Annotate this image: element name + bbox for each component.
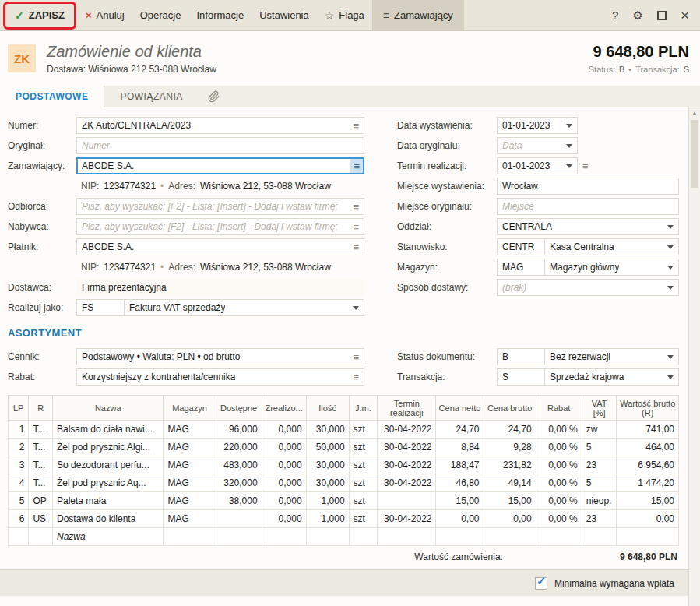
cell-zrealizowano[interactable]: 0,000 <box>262 421 306 439</box>
vertical-scrollbar[interactable]: ▲ <box>688 107 700 606</box>
cell-nazwa[interactable]: Żel pod prysznic Aq... <box>52 474 163 492</box>
cell-wartosc[interactable]: 6 954,60 <box>617 456 679 474</box>
table-row[interactable]: 5 OP Paleta mała MAG 38,000 0,000 1,000 … <box>9 492 679 510</box>
cell-termin[interactable]: 30-04-2022 <box>378 456 436 474</box>
stanowisko-code-field[interactable]: CENTR <box>497 238 545 255</box>
cell-r[interactable]: OP <box>29 492 53 510</box>
cell-lp[interactable]: 4 <box>9 474 29 492</box>
cell-wartosc[interactable]: 464,00 <box>617 439 679 456</box>
cell-magazyn[interactable]: MAG <box>164 456 216 474</box>
col-header-r[interactable]: R <box>29 396 53 421</box>
miejsce-wystawienia-input[interactable]: Wrocław <box>497 178 679 195</box>
tab-powiazania[interactable]: POWIĄZANIA <box>104 86 198 107</box>
cell-r[interactable]: T... <box>29 421 53 439</box>
zamawiajacy-button[interactable]: ≡ Zamawiający <box>372 0 464 30</box>
cell-dostepne[interactable]: 38,000 <box>216 492 262 510</box>
rabat-field[interactable]: Korzystniejszy z kontrahenta/cennika ≡ <box>76 368 364 386</box>
cell-lp[interactable]: 2 <box>9 439 29 456</box>
cell-r[interactable]: T... <box>29 474 53 492</box>
cell-termin[interactable] <box>378 492 436 510</box>
termin-menu-icon[interactable]: ≡ <box>582 160 589 172</box>
cell-cena-netto[interactable]: 188,47 <box>436 456 484 474</box>
menu-informacje[interactable]: Informacje <box>188 5 252 26</box>
chevron-down-icon[interactable] <box>667 375 674 379</box>
col-header-ilosc[interactable]: Ilość <box>306 396 349 421</box>
cell-cena-netto[interactable]: 46,80 <box>436 474 484 492</box>
new-row-nazwa-placeholder[interactable]: Nazwa <box>52 528 163 546</box>
zamawiajacy-menu-icon[interactable]: ≡ <box>350 159 363 173</box>
chevron-down-icon[interactable] <box>566 164 572 168</box>
platnik-input[interactable]: ABCDE S.A. ≡ <box>76 238 364 255</box>
cell-empty[interactable] <box>582 528 617 546</box>
status-dokumentu-select[interactable]: Bez rezerwacji <box>544 348 679 365</box>
cell-r[interactable]: US <box>29 510 53 528</box>
cell-cena-netto[interactable]: 15,00 <box>436 492 484 510</box>
cell-magazyn[interactable]: MAG <box>164 510 216 528</box>
cell-nazwa[interactable]: Żel pod prysznic Algi... <box>52 439 163 456</box>
cell-vat[interactable]: 23 <box>582 510 617 528</box>
cell-ilosc[interactable]: 30,000 <box>306 421 349 439</box>
cell-magazyn[interactable]: MAG <box>164 474 216 492</box>
cell-empty[interactable] <box>9 528 29 546</box>
cell-dostepne[interactable]: 220,000 <box>216 439 262 456</box>
oddzial-select[interactable]: CENTRALA <box>497 218 679 235</box>
col-header-cena-brutto[interactable]: Cena brutto <box>484 396 536 421</box>
realizuj-code-field[interactable]: FS <box>76 299 125 316</box>
table-row[interactable]: 2 T... Żel pod prysznic Algi... MAG 220,… <box>9 439 679 456</box>
cell-cena-brutto[interactable]: 15,00 <box>484 492 536 510</box>
cell-empty[interactable] <box>306 528 349 546</box>
col-header-dostepne[interactable]: Dostępne <box>216 396 262 421</box>
cell-wartosc[interactable]: 0,00 <box>617 510 679 528</box>
sposob-dostawy-select[interactable]: (brak) <box>497 279 679 296</box>
realizuj-select[interactable]: Faktura VAT sprzedaży <box>124 299 364 316</box>
cell-r[interactable]: T... <box>29 456 53 474</box>
cennik-menu-icon[interactable]: ≡ <box>348 351 359 363</box>
cell-nazwa[interactable]: So dezodorant perfu... <box>52 456 163 474</box>
col-header-vat[interactable]: VAT [%] <box>582 396 617 421</box>
chevron-down-icon[interactable] <box>667 225 674 229</box>
table-new-row[interactable]: Nazwa <box>9 528 679 546</box>
zamawiajacy-input[interactable]: ABCDE S.A. ≡ <box>76 157 364 174</box>
cell-rabat[interactable]: 0,00 % <box>536 492 582 510</box>
cell-cena-netto[interactable]: 8,84 <box>436 439 484 456</box>
cell-lp[interactable]: 5 <box>9 492 29 510</box>
rabat-menu-icon[interactable]: ≡ <box>348 372 359 383</box>
cell-termin[interactable]: 30-04-2022 <box>378 439 436 456</box>
cell-zrealizowano[interactable]: 0,000 <box>262 492 306 510</box>
platnik-menu-icon[interactable]: ≡ <box>348 241 359 253</box>
cell-empty[interactable] <box>484 528 536 546</box>
cell-wartosc[interactable]: 741,00 <box>617 421 679 439</box>
cell-ilosc[interactable]: 1,000 <box>306 510 349 528</box>
cell-empty[interactable] <box>164 528 216 546</box>
cell-jm[interactable]: szt <box>349 492 378 510</box>
chevron-down-icon[interactable] <box>353 306 359 310</box>
cell-empty[interactable] <box>617 528 679 546</box>
cell-rabat[interactable]: 0,00 % <box>536 439 582 456</box>
chevron-down-icon[interactable] <box>667 286 674 290</box>
col-header-magazyn[interactable]: Magazyn <box>164 396 216 421</box>
cell-empty[interactable] <box>262 528 306 546</box>
cell-zrealizowano[interactable]: 0,000 <box>262 456 306 474</box>
status-dokumentu-code-field[interactable]: B <box>497 348 545 365</box>
cell-jm[interactable]: szt <box>349 456 378 474</box>
data-wystawienia-select[interactable]: 01-01-2023 <box>497 117 578 134</box>
cell-magazyn[interactable]: MAG <box>164 439 216 456</box>
cell-jm[interactable]: szt <box>349 474 378 492</box>
cell-lp[interactable]: 3 <box>9 456 29 474</box>
minimal-payment-checkbox[interactable]: ✓ <box>535 577 547 590</box>
cell-ilosc[interactable]: 50,000 <box>306 439 349 456</box>
cell-wartosc[interactable]: 15,00 <box>617 492 679 510</box>
table-row[interactable]: 6 US Dostawa do klienta MAG 0,000 1,000 … <box>9 510 679 528</box>
cell-nazwa[interactable]: Dostawa do klienta <box>52 510 163 528</box>
cell-termin[interactable]: 30-04-2022 <box>378 510 436 528</box>
cell-zrealizowano[interactable]: 0,000 <box>262 510 306 528</box>
cell-jm[interactable]: szt <box>349 439 378 456</box>
magazyn-select[interactable]: Magazyn główny <box>544 259 679 276</box>
cell-empty[interactable] <box>349 528 378 546</box>
cell-cena-brutto[interactable]: 9,28 <box>484 439 536 456</box>
cell-magazyn[interactable]: MAG <box>164 492 216 510</box>
cell-cena-netto[interactable]: 0,00 <box>436 510 484 528</box>
table-row[interactable]: 3 T... So dezodorant perfu... MAG 483,00… <box>9 456 679 474</box>
cancel-button[interactable]: × Anuluj <box>78 5 132 26</box>
cell-rabat[interactable]: 0,00 % <box>536 510 582 528</box>
